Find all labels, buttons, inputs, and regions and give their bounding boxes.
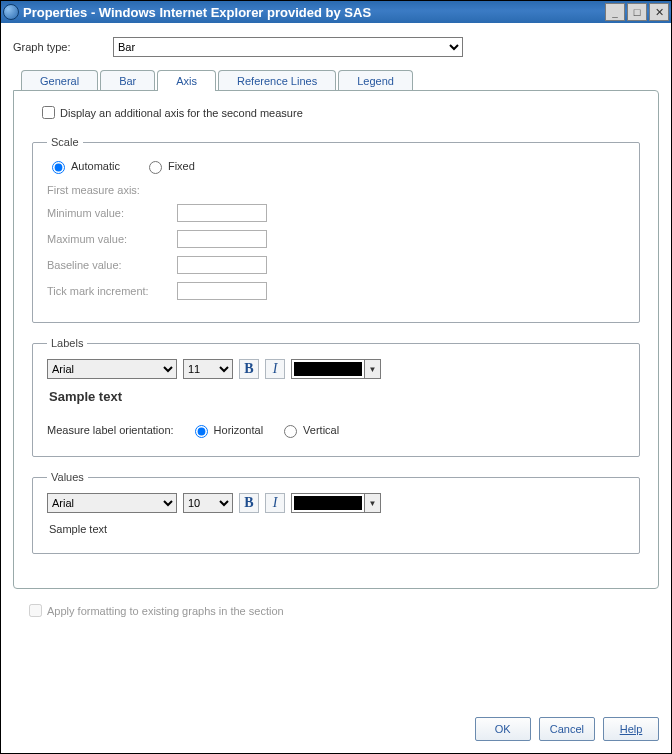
tick-increment-row: Tick mark increment: <box>47 282 625 300</box>
orientation-row: Measure label orientation: Horizontal Ve… <box>47 422 625 438</box>
values-fieldset: Values Arial 10 B I ▼ Sample text <box>32 471 640 554</box>
max-value-label: Maximum value: <box>47 233 177 245</box>
scale-fixed-option[interactable]: Fixed <box>144 158 195 174</box>
min-value-row: Minimum value: <box>47 204 625 222</box>
labels-font-select[interactable]: Arial <box>47 359 177 379</box>
display-additional-axis-row: Display an additional axis for the secon… <box>38 103 640 122</box>
cancel-button[interactable]: Cancel <box>539 717 595 741</box>
apply-formatting-row: Apply formatting to existing graphs in t… <box>25 601 653 620</box>
properties-window: Properties - Windows Internet Explorer p… <box>0 0 672 754</box>
first-measure-axis-label: First measure axis: <box>47 184 625 196</box>
labels-font-row: Arial 11 B I ▼ <box>47 359 625 379</box>
ie-icon <box>3 4 19 20</box>
orientation-horizontal-label: Horizontal <box>214 424 264 436</box>
labels-italic-button[interactable]: I <box>265 359 285 379</box>
values-size-select[interactable]: 10 <box>183 493 233 513</box>
graph-type-row: Graph type: Bar <box>13 37 659 57</box>
orientation-vertical-label: Vertical <box>303 424 339 436</box>
display-additional-axis-label: Display an additional axis for the secon… <box>60 107 303 119</box>
values-color-swatch <box>294 496 362 510</box>
orientation-vertical-radio[interactable] <box>284 425 297 438</box>
labels-sample-text: Sample text <box>49 389 625 404</box>
display-additional-axis-checkbox[interactable] <box>42 106 55 119</box>
values-legend: Values <box>47 471 88 483</box>
values-color-select[interactable]: ▼ <box>291 493 381 513</box>
window-controls: _ □ ✕ <box>605 3 669 21</box>
max-value-row: Maximum value: <box>47 230 625 248</box>
labels-fieldset: Labels Arial 11 B I ▼ Sample text <box>32 337 640 457</box>
maximize-button[interactable]: □ <box>627 3 647 21</box>
labels-size-select[interactable]: 11 <box>183 359 233 379</box>
dialog-buttons: OK Cancel Help <box>1 707 671 753</box>
min-value-input[interactable] <box>177 204 267 222</box>
scale-legend: Scale <box>47 136 83 148</box>
graph-type-select[interactable]: Bar <box>113 37 463 57</box>
baseline-value-label: Baseline value: <box>47 259 177 271</box>
orientation-horizontal-option[interactable]: Horizontal <box>190 422 264 438</box>
tick-increment-input[interactable] <box>177 282 267 300</box>
content-area: Graph type: Bar General Bar Axis Referen… <box>1 23 671 707</box>
orientation-vertical-option[interactable]: Vertical <box>279 422 339 438</box>
scale-automatic-radio[interactable] <box>52 161 65 174</box>
apply-formatting-label: Apply formatting to existing graphs in t… <box>47 605 284 617</box>
ok-button[interactable]: OK <box>475 717 531 741</box>
close-button[interactable]: ✕ <box>649 3 669 21</box>
tick-increment-label: Tick mark increment: <box>47 285 177 297</box>
axis-panel: Display an additional axis for the secon… <box>13 90 659 589</box>
baseline-value-row: Baseline value: <box>47 256 625 274</box>
values-italic-button[interactable]: I <box>265 493 285 513</box>
minimize-button[interactable]: _ <box>605 3 625 21</box>
help-button[interactable]: Help <box>603 717 659 741</box>
labels-legend: Labels <box>47 337 87 349</box>
scale-automatic-label: Automatic <box>71 160 120 172</box>
scale-fieldset: Scale Automatic Fixed First measure axis… <box>32 136 640 323</box>
orientation-horizontal-radio[interactable] <box>195 425 208 438</box>
scale-fixed-radio[interactable] <box>149 161 162 174</box>
spacer <box>13 620 659 707</box>
scale-fixed-label: Fixed <box>168 160 195 172</box>
values-font-select[interactable]: Arial <box>47 493 177 513</box>
tab-general[interactable]: General <box>21 70 98 91</box>
min-value-label: Minimum value: <box>47 207 177 219</box>
values-sample-text: Sample text <box>49 523 625 535</box>
tab-bar[interactable]: Bar <box>100 70 155 91</box>
scale-automatic-option[interactable]: Automatic <box>47 158 120 174</box>
tab-axis[interactable]: Axis <box>157 70 216 91</box>
tabstrip: General Bar Axis Reference Lines Legend <box>13 69 659 90</box>
chevron-down-icon: ▼ <box>364 494 380 512</box>
values-bold-button[interactable]: B <box>239 493 259 513</box>
orientation-label: Measure label orientation: <box>47 424 174 436</box>
graph-type-label: Graph type: <box>13 41 113 53</box>
titlebar: Properties - Windows Internet Explorer p… <box>1 1 671 23</box>
tab-reference-lines[interactable]: Reference Lines <box>218 70 336 91</box>
bottom-options: Apply formatting to existing graphs in t… <box>13 589 659 620</box>
apply-formatting-checkbox[interactable] <box>29 604 42 617</box>
labels-bold-button[interactable]: B <box>239 359 259 379</box>
baseline-value-input[interactable] <box>177 256 267 274</box>
window-title: Properties - Windows Internet Explorer p… <box>23 5 605 20</box>
chevron-down-icon: ▼ <box>364 360 380 378</box>
values-font-row: Arial 10 B I ▼ <box>47 493 625 513</box>
labels-color-select[interactable]: ▼ <box>291 359 381 379</box>
labels-color-swatch <box>294 362 362 376</box>
tab-legend[interactable]: Legend <box>338 70 413 91</box>
max-value-input[interactable] <box>177 230 267 248</box>
scale-radio-row: Automatic Fixed <box>47 158 625 174</box>
